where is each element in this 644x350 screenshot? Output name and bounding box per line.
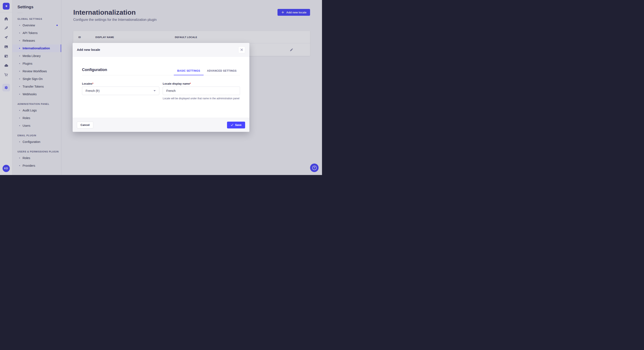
display-name-field: Locale display name* Locale will be disp…	[163, 82, 240, 100]
save-label: Save	[235, 123, 242, 127]
locales-label: Locales*	[82, 82, 159, 85]
save-button[interactable]: Save	[227, 122, 245, 128]
locales-field: Locales* French (fr)	[82, 82, 159, 100]
app-window: KD Settings GLOBAL SETTINGS Overview API…	[0, 0, 322, 175]
configuration-header-row: Configuration BASIC SETTINGS ADVANCED SE…	[82, 57, 240, 75]
chevron-down-icon	[154, 90, 156, 91]
locales-select[interactable]: French (fr)	[82, 87, 159, 95]
required-asterisk: *	[190, 82, 191, 85]
close-icon[interactable]	[238, 46, 245, 53]
locales-select-value: French (fr)	[86, 89, 100, 93]
modal-footer: Cancel Save	[72, 118, 250, 132]
add-locale-modal: Add new locale Configuration BASIC SETTI…	[72, 43, 250, 132]
modal-body: Configuration BASIC SETTINGS ADVANCED SE…	[72, 57, 250, 118]
tab-advanced-settings[interactable]: ADVANCED SETTINGS	[204, 69, 240, 75]
display-name-label-text: Locale display name	[163, 82, 190, 85]
check-icon	[231, 124, 234, 126]
settings-tabs: BASIC SETTINGS ADVANCED SETTINGS	[174, 69, 240, 75]
required-asterisk: *	[92, 82, 93, 85]
modal-header: Add new locale	[72, 43, 250, 57]
display-name-input[interactable]	[163, 87, 240, 95]
display-name-label: Locale display name*	[163, 82, 240, 85]
configuration-title: Configuration	[82, 68, 107, 72]
modal-title: Add new locale	[77, 48, 100, 51]
tab-basic-settings[interactable]: BASIC SETTINGS	[174, 69, 204, 75]
display-name-helper-text: Locale will be displayed under that name…	[163, 97, 240, 100]
locales-label-text: Locales	[82, 82, 92, 85]
cancel-button[interactable]: Cancel	[77, 122, 93, 128]
form-fields-row: Locales* French (fr) Locale display name…	[82, 82, 240, 100]
